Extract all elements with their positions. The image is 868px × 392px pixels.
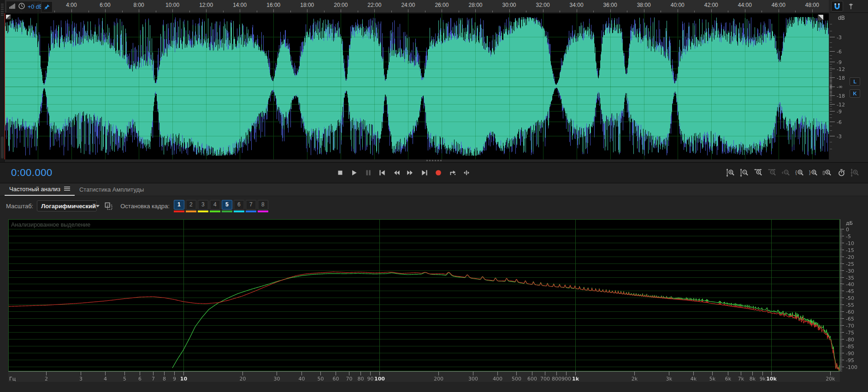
ruler-tick — [391, 11, 392, 12]
ruler-time-label: 20:00 — [334, 2, 348, 8]
ruler-tick — [459, 11, 459, 12]
skip-to-start-button[interactable] — [376, 166, 389, 180]
svg-text:}: } — [809, 170, 811, 175]
waveform-canvas[interactable] — [5, 13, 829, 159]
grip-dots-icon — [1, 4, 4, 16]
zoom-in-left-edge-button[interactable]: { — [794, 166, 807, 180]
zoom-reset-button[interactable] — [836, 166, 848, 180]
pin-button[interactable] — [41, 1, 53, 12]
ruler-time-label: 44:00 — [738, 2, 752, 8]
ruler-tick — [54, 11, 55, 12]
skip-selection-button[interactable] — [461, 166, 473, 180]
pause-button[interactable] — [362, 166, 374, 180]
ruler-tick — [610, 9, 611, 12]
ruler-time-label: 36:00 — [603, 2, 617, 8]
ruler-tick — [762, 11, 762, 12]
fast-forward-button[interactable] — [404, 166, 417, 180]
frame-hold-button-8[interactable]: 8 — [258, 200, 268, 212]
ruler-time-label: 24:00 — [401, 2, 415, 8]
ruler-tick — [358, 11, 358, 12]
frame-hold-color-swatch — [210, 211, 220, 212]
ruler-tick — [593, 11, 594, 12]
zoom-full-button[interactable] — [850, 166, 862, 180]
frame-hold-button-6[interactable]: 6 — [234, 200, 244, 212]
ruler-time-label: 30:00 — [502, 2, 516, 8]
frame-hold-number: 6 — [234, 200, 244, 210]
ruler-time-label: 10:00 — [165, 2, 179, 8]
frame-hold-button-2[interactable]: 2 — [186, 200, 196, 212]
frame-hold-number: 5 — [222, 200, 232, 210]
ruler-tick — [661, 11, 661, 12]
copy-graph-button[interactable] — [104, 202, 113, 211]
copy-icon — [104, 202, 113, 211]
time-display[interactable]: 0:00.000 — [11, 167, 53, 179]
svg-text:{}: {} — [823, 170, 825, 175]
panel-resize-grip[interactable] — [426, 160, 442, 161]
tab-amplitude-statistics[interactable]: Статистика Амплитуды — [75, 183, 148, 196]
ruler-tick — [627, 11, 627, 12]
skip-to-end-button[interactable] — [418, 166, 431, 180]
zoom-toolbar: {}{} — [725, 166, 862, 180]
ruler-tick — [156, 11, 156, 12]
frame-hold-color-swatch — [198, 211, 208, 212]
loop-playback-button[interactable] — [446, 166, 459, 180]
ruler-time-label: 46:00 — [772, 2, 785, 8]
zoom-in-time-button[interactable] — [752, 166, 765, 180]
ruler-tick — [812, 9, 813, 12]
ruler-tick — [189, 11, 190, 12]
play-button[interactable] — [348, 166, 360, 180]
ruler-tick — [728, 11, 728, 12]
ruler-time-label: 18:00 — [300, 2, 314, 8]
record-button[interactable] — [432, 166, 445, 180]
frame-hold-button-5[interactable]: 5 — [222, 200, 232, 212]
ruler-tick — [442, 9, 442, 12]
ruler-time-label: 48:00 — [805, 2, 819, 8]
zoom-out-amplitude-button[interactable] — [738, 166, 751, 180]
amplitude-unit-label: dB — [838, 15, 845, 21]
scale-select-value: Логарифмический — [41, 203, 96, 210]
chevron-down-icon — [96, 205, 100, 207]
timeline-ruler[interactable]: 2:004:006:008:0010:0012:0014:0016:0018:0… — [5, 0, 829, 13]
vertical-scrollbar-thumb[interactable] — [1, 136, 4, 158]
marker-pin-icon[interactable] — [846, 1, 856, 12]
playhead[interactable] — [5, 13, 5, 159]
svg-text:{: { — [795, 170, 797, 175]
snap-toggle-button[interactable] — [831, 1, 843, 12]
ruler-tick — [577, 9, 577, 12]
ruler-tick — [273, 9, 274, 12]
selection-hud: +0 dB — [6, 1, 46, 12]
ruler-tick — [711, 9, 712, 12]
panel-menu-icon[interactable] — [64, 186, 70, 193]
tab-label: Частотный анализ — [9, 186, 60, 193]
analysis-controls: Масштаб: Логарифмический Остановка кадра… — [0, 198, 868, 214]
scale-select[interactable]: Логарифмический — [37, 200, 97, 211]
channel-button-k[interactable]: K — [850, 89, 860, 98]
tab-frequency-analysis[interactable]: Частотный анализ — [5, 183, 75, 196]
channel-button-l[interactable]: L — [850, 77, 860, 86]
frame-hold-number: 4 — [210, 200, 220, 210]
selection-handle-top-left[interactable] — [6, 15, 11, 19]
ruler-tick — [526, 11, 526, 12]
zoom-in-right-edge-button[interactable]: } — [808, 166, 821, 180]
spectrum-canvas[interactable] — [8, 219, 860, 382]
ruler-time-label: 26:00 — [435, 2, 449, 8]
frame-hold-button-3[interactable]: 3 — [198, 200, 208, 212]
frame-hold-button-1[interactable]: 1 — [174, 200, 184, 212]
selection-overlay-label: Анализированное выделение — [11, 222, 90, 228]
stop-button[interactable] — [334, 166, 346, 180]
rewind-button[interactable] — [390, 166, 402, 180]
amplitude-ruler[interactable] — [829, 13, 868, 159]
ruler-time-label: 4:00 — [66, 2, 77, 8]
zoom-in-amplitude-button[interactable] — [725, 166, 737, 180]
zoom-out-full-button[interactable] — [780, 166, 792, 180]
frame-hold-color-swatch — [258, 211, 268, 212]
ruler-tick — [105, 9, 106, 12]
zoom-to-selection-button[interactable]: {} — [822, 166, 834, 180]
selection-handle-top-right[interactable] — [818, 15, 823, 20]
zoom-out-time-button[interactable] — [766, 166, 779, 180]
frame-hold-button-4[interactable]: 4 — [210, 200, 220, 212]
ruler-tick — [341, 9, 341, 12]
frame-hold-number: 8 — [258, 200, 268, 210]
frame-hold-button-7[interactable]: 7 — [246, 200, 256, 212]
ruler-time-label: 42:00 — [704, 2, 718, 8]
